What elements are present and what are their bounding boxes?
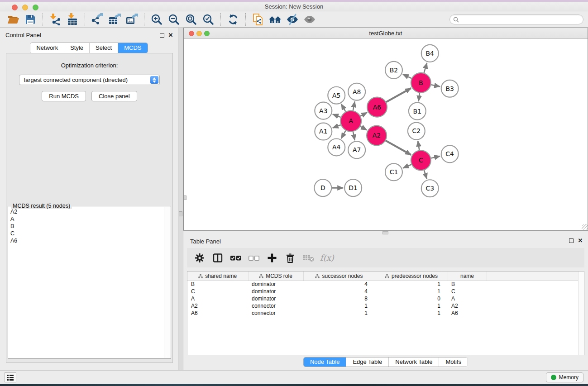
task-history-button[interactable]	[5, 372, 16, 382]
run-mcds-button[interactable]: Run MCDS	[42, 91, 86, 101]
table-cell[interactable]: 4	[303, 288, 375, 295]
tab-network[interactable]: Network	[30, 43, 64, 53]
table-cell[interactable]: dominator	[248, 281, 303, 288]
graph-edge-A-A7[interactable]	[353, 132, 355, 140]
table-cell[interactable]: A2	[448, 302, 487, 310]
network-canvas[interactable]: A5A8A3A6AA1A4A7A2B2B4BB3B1C2CC4C1C3DD1	[184, 39, 588, 230]
column-header-successor-nodes[interactable]: successor nodes	[303, 272, 375, 281]
graph-edge-A-A3[interactable]	[333, 114, 341, 117]
table-cell[interactable]: 8	[303, 295, 375, 302]
graph-node-B3[interactable]: B3	[441, 80, 459, 97]
table-cell[interactable]: C	[448, 288, 487, 295]
graph-edge-B-B2[interactable]	[403, 74, 411, 78]
memory-button[interactable]: Memory	[546, 372, 583, 382]
vertical-splitter[interactable]	[178, 28, 183, 370]
table-cell[interactable]: B	[187, 281, 248, 288]
graph-edge-C-C2[interactable]	[418, 141, 419, 150]
hide-graphics-details-button[interactable]	[284, 12, 301, 27]
graph-node-A7[interactable]: A7	[348, 141, 365, 158]
graph-node-D1[interactable]: D1	[344, 179, 362, 196]
column-header-empty[interactable]	[487, 272, 584, 281]
refresh-button[interactable]	[225, 12, 242, 27]
table-cell[interactable]: A	[448, 295, 487, 302]
graph-node-B1[interactable]: B1	[409, 103, 426, 120]
horizontal-splitter[interactable]	[183, 230, 588, 235]
import-network-button[interactable]	[47, 12, 64, 27]
column-header-shared-name[interactable]: shared name	[187, 272, 248, 281]
table-cell[interactable]: connector	[248, 302, 303, 310]
table-cell[interactable]: 1	[303, 302, 375, 310]
mcds-result-list[interactable]: A2ABCA6	[9, 208, 163, 357]
graph-node-C1[interactable]: C1	[385, 163, 402, 181]
table-cell[interactable]: 1	[375, 310, 448, 317]
search-field[interactable]	[449, 14, 583, 24]
delete-table-button[interactable]	[300, 250, 316, 266]
table-cell[interactable]: 1	[303, 310, 375, 317]
splitter-handle[interactable]	[179, 211, 182, 216]
column-header-predecessor-nodes[interactable]: predecessor nodes	[375, 272, 448, 281]
deselect-all-button[interactable]	[246, 250, 262, 266]
graph-node-B2[interactable]: B2	[385, 62, 402, 79]
canvas-edge-handle[interactable]	[184, 195, 186, 200]
tab-network-table[interactable]: Network Table	[388, 357, 439, 367]
zoom-fit-button[interactable]	[182, 12, 200, 27]
criterion-dropdown[interactable]: largest connected component (directed)	[19, 75, 160, 85]
zoom-selected-button[interactable]	[200, 12, 217, 27]
column-header-name[interactable]: name	[448, 272, 487, 281]
graph-node-C2[interactable]: C2	[408, 123, 425, 140]
table-cell[interactable]: 1	[375, 281, 448, 288]
open-session-button[interactable]	[5, 12, 22, 27]
graph-node-A1[interactable]: A1	[315, 123, 332, 140]
graph-edge-A-A6[interactable]	[360, 112, 367, 116]
graph-edge-A-A8[interactable]	[353, 101, 355, 110]
table-cell[interactable]: 4	[303, 281, 375, 288]
graph-node-C[interactable]: C	[411, 150, 431, 170]
tab-node-table[interactable]: Node Table	[304, 357, 346, 367]
table-cell[interactable]: A2	[187, 302, 248, 310]
table-cell[interactable]: connector	[248, 310, 303, 317]
zoom-in-button[interactable]	[148, 12, 165, 27]
export-network-button[interactable]	[89, 12, 106, 27]
table-row[interactable]: Cdominator41C	[187, 288, 584, 295]
float-panel-button[interactable]	[159, 32, 165, 38]
resize-grip-icon[interactable]	[582, 224, 588, 230]
function-builder-button[interactable]: f(x)	[320, 253, 334, 262]
close-panel-button[interactable]: ✕	[167, 32, 174, 38]
select-all-button[interactable]	[228, 250, 244, 266]
table-row[interactable]: Bdominator41B	[187, 281, 584, 288]
table-cell[interactable]: 1	[375, 302, 448, 310]
save-session-button[interactable]	[22, 12, 39, 27]
duplicate-network-button[interactable]	[249, 12, 267, 27]
table-cell[interactable]: C	[187, 288, 248, 295]
table-cell[interactable]: A	[187, 295, 248, 302]
graph-edge-A6-B[interactable]	[386, 88, 411, 102]
graph-node-A4[interactable]: A4	[328, 138, 345, 156]
search-input[interactable]	[461, 15, 583, 24]
graph-edge-B-B3[interactable]	[431, 85, 440, 86]
graph-edge-A2-C[interactable]	[386, 141, 411, 155]
graph-node-A6[interactable]: A6	[367, 97, 387, 117]
close-panel-action-button[interactable]: Close panel	[91, 91, 137, 101]
close-table-panel-button[interactable]: ✕	[577, 238, 583, 244]
zoom-out-button[interactable]	[165, 12, 182, 27]
graph-edge-A-A4[interactable]	[341, 131, 346, 139]
graph-node-C4[interactable]: C4	[441, 145, 459, 162]
add-column-button[interactable]	[264, 250, 280, 266]
table-row[interactable]: A2connector11A2	[187, 302, 584, 310]
import-table-button[interactable]	[64, 12, 81, 27]
tab-select[interactable]: Select	[89, 43, 118, 53]
table-options-button[interactable]	[191, 250, 208, 266]
graph-edge-C-C4[interactable]	[431, 156, 440, 158]
table-cell[interactable]: A6	[187, 310, 248, 317]
graph-edge-A-A5[interactable]	[341, 104, 345, 112]
graph-edge-A-A2[interactable]	[360, 126, 367, 130]
delete-column-button[interactable]	[282, 250, 298, 266]
table-row[interactable]: Adominator80A	[187, 295, 584, 302]
graph-node-A3[interactable]: A3	[315, 102, 332, 119]
table-cell[interactable]: 0	[375, 295, 448, 302]
network-overview-button[interactable]	[267, 12, 284, 27]
graph-node-A8[interactable]: A8	[348, 83, 365, 100]
export-table-button[interactable]	[106, 12, 123, 27]
tab-motifs[interactable]: Motifs	[439, 357, 468, 367]
table-cell[interactable]: dominator	[248, 288, 303, 295]
